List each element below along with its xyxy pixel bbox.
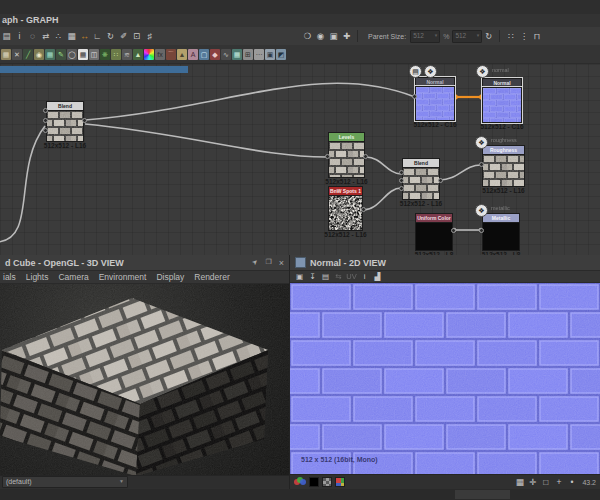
elbow-links-icon[interactable]: ∟ bbox=[92, 30, 104, 42]
frame-icon[interactable]: ▣ bbox=[328, 30, 340, 42]
pyramid-node-icon[interactable]: ▲ bbox=[133, 49, 143, 60]
view-3d-badge[interactable]: ❖ bbox=[475, 204, 488, 217]
node-header[interactable]: Roughness bbox=[482, 145, 525, 154]
output-port[interactable] bbox=[451, 228, 456, 233]
view-3d-badge[interactable]: ❖ bbox=[424, 65, 437, 78]
auto-layout-icon[interactable]: ⊓ bbox=[531, 30, 543, 42]
menu-display[interactable]: Display bbox=[156, 272, 184, 282]
channels-rgb-icon[interactable] bbox=[294, 477, 306, 487]
reset-size-icon[interactable]: ↻ bbox=[483, 30, 495, 42]
uv-dropdown[interactable]: UV ▾ bbox=[346, 272, 357, 282]
light-box-icon[interactable]: ▣ bbox=[265, 49, 275, 60]
graph-tab-title[interactable]: aph - GRAPH bbox=[2, 15, 59, 25]
input-port[interactable] bbox=[399, 170, 404, 175]
input-port[interactable] bbox=[399, 186, 404, 191]
viewport-2d-normal-map[interactable]: 512 x 512 (16bit, Mono) bbox=[290, 283, 600, 474]
parent-width-select[interactable]: 512▾ bbox=[410, 30, 440, 43]
todo-icon[interactable]: ✚ bbox=[341, 30, 353, 42]
dual-dot-icon[interactable]: ∷ bbox=[505, 30, 517, 42]
node-normal-output[interactable]: ❖ normal Normal 512x512 - C16 bbox=[482, 78, 522, 123]
input-port[interactable] bbox=[399, 178, 404, 183]
copy-image-icon[interactable]: ▣ bbox=[294, 272, 305, 282]
node-roughness-output[interactable]: ❖ roughness Roughness 512x512 - L16 bbox=[482, 145, 525, 187]
input-port[interactable] bbox=[43, 118, 48, 123]
menu-renderer[interactable]: Renderer bbox=[194, 272, 229, 282]
pane-3d-titlebar[interactable]: d Cube - OpenGL - 3D VIEW ➤ ❐ × bbox=[0, 255, 289, 271]
viewport-3d[interactable] bbox=[0, 284, 289, 475]
export-icon[interactable]: ⊡ bbox=[131, 30, 143, 42]
gradient-map-icon[interactable]: ▦ bbox=[45, 49, 55, 60]
node-header[interactable]: Normal bbox=[415, 77, 455, 86]
wire-levels-to-blend2[interactable] bbox=[366, 157, 401, 174]
node-header[interactable]: Blend bbox=[46, 101, 84, 110]
tools-icon[interactable]: ✐ bbox=[118, 30, 130, 42]
arch-node-icon[interactable]: ⌒ bbox=[166, 49, 176, 60]
grid-teal-icon[interactable]: ▦ bbox=[232, 49, 242, 60]
node-header[interactable]: Uniform Color bbox=[415, 213, 453, 222]
pin-icon[interactable]: ➤ bbox=[250, 257, 261, 268]
input-port[interactable] bbox=[412, 94, 417, 99]
node-bnw-spots-1[interactable]: BnW Spots 1 512x512 - L16 bbox=[328, 186, 363, 231]
input-port[interactable] bbox=[43, 108, 48, 113]
color-wheel-icon[interactable] bbox=[144, 49, 154, 60]
output-port[interactable] bbox=[361, 207, 366, 212]
node-header[interactable]: BnW Spots 1 bbox=[328, 186, 363, 195]
spots-node-icon[interactable]: ∷ bbox=[111, 49, 121, 60]
input-port[interactable] bbox=[479, 162, 484, 167]
view-3d-badge[interactable]: ❖ bbox=[476, 65, 489, 78]
plus-box-icon[interactable]: ⊞ bbox=[243, 49, 253, 60]
close-icon[interactable]: × bbox=[279, 258, 284, 268]
input-port[interactable] bbox=[43, 128, 48, 133]
output-port[interactable] bbox=[363, 154, 368, 159]
wire-blend-to-levels[interactable] bbox=[85, 124, 326, 157]
stack-icon[interactable]: ⋮ bbox=[518, 30, 530, 42]
link-view-icon[interactable]: ⇆ bbox=[333, 272, 344, 282]
node-blend-left[interactable]: Blend 512x512 - L16 bbox=[46, 101, 84, 142]
cube3d-node-icon[interactable]: ◫ bbox=[89, 49, 99, 60]
info-icon[interactable]: i bbox=[359, 272, 370, 282]
text-node-icon[interactable]: A bbox=[188, 49, 198, 60]
node-uniform-color[interactable]: Uniform Color 512x512 - L8 bbox=[415, 213, 453, 251]
frame-select-icon[interactable]: □ bbox=[540, 476, 552, 488]
menu-lights[interactable]: Lights bbox=[26, 272, 49, 282]
blue-box-icon[interactable]: ◩ bbox=[276, 49, 286, 60]
wave-node-icon[interactable]: ∿ bbox=[221, 49, 231, 60]
zoom-icon[interactable]: ◌ bbox=[27, 30, 39, 42]
float-window-icon[interactable]: ❐ bbox=[265, 258, 271, 268]
straight-links-icon[interactable]: ↔ bbox=[79, 30, 91, 42]
grid-table-icon[interactable]: ▦ bbox=[66, 30, 78, 42]
node-normal-filter[interactable]: ▤ ❖ Normal 512x512 - C16 bbox=[415, 77, 455, 121]
input-port[interactable] bbox=[479, 228, 484, 233]
menu-materials[interactable]: ials bbox=[3, 272, 16, 282]
node-header[interactable]: Blend bbox=[402, 158, 440, 167]
view-2d-badge[interactable]: ▤ bbox=[409, 65, 422, 78]
warning-triangle-icon[interactable]: ▲ bbox=[177, 49, 187, 60]
pin-node-icon[interactable]: ◉ bbox=[315, 30, 327, 42]
fit-view-icon[interactable]: ⇄ bbox=[40, 30, 52, 42]
parent-height-select[interactable]: 512▾ bbox=[452, 30, 482, 43]
wire-into-blend[interactable] bbox=[0, 126, 45, 242]
expose-parameters-icon[interactable]: ∴ bbox=[53, 30, 65, 42]
blob-node-icon[interactable]: ◉ bbox=[34, 49, 44, 60]
svg-node-icon[interactable]: ✕ bbox=[12, 49, 22, 60]
paint-bucket-icon[interactable]: ◆ bbox=[210, 49, 220, 60]
menu-environment[interactable]: Environment bbox=[99, 272, 147, 282]
tile-generator-icon[interactable]: ▦ bbox=[78, 49, 88, 60]
node-header[interactable]: Normal bbox=[482, 78, 522, 87]
node-metallic-output[interactable]: ❖ metallic Metallic 512x512 - L8 bbox=[482, 213, 520, 251]
view-3d-badge[interactable]: ❖ bbox=[475, 136, 488, 149]
background-checker-swatch[interactable] bbox=[322, 477, 332, 487]
wire-blend-to-normal[interactable] bbox=[85, 83, 415, 120]
paste-image-icon[interactable]: ▤ bbox=[320, 272, 331, 282]
node-header[interactable]: Levels bbox=[328, 132, 365, 141]
graph-view-icon[interactable]: ▤ bbox=[1, 30, 13, 42]
wire-blend2-to-roughness[interactable] bbox=[440, 165, 481, 180]
pane-2d-titlebar[interactable]: Normal - 2D VIEW bbox=[290, 255, 600, 271]
perlin-noise-icon[interactable]: ≋ bbox=[122, 49, 132, 60]
timer-icon[interactable]: ↻ bbox=[105, 30, 117, 42]
curve-node-icon[interactable]: ╱ bbox=[23, 49, 33, 60]
info-icon[interactable]: i bbox=[14, 30, 26, 42]
menu-camera[interactable]: Camera bbox=[58, 272, 88, 282]
background-black-swatch[interactable] bbox=[309, 477, 319, 487]
transform-icon[interactable]: ✛ bbox=[527, 476, 539, 488]
